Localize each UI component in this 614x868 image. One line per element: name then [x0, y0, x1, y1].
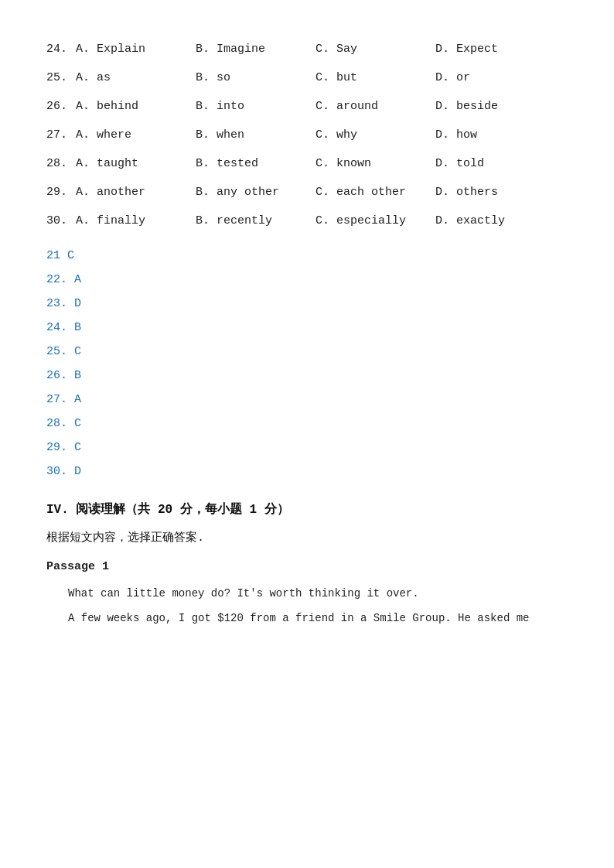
- question-options: A. asB. soC. butD. or: [76, 67, 568, 88]
- option-item: C. why: [316, 125, 435, 145]
- question-number: 26.: [46, 96, 76, 117]
- option-item: C. Say: [316, 39, 435, 60]
- question-options: A. behindB. intoC. aroundD. beside: [76, 96, 568, 117]
- option-item: B. tested: [196, 153, 316, 174]
- question-row: 24.A. ExplainB. ImagineC. SayD. Expect: [46, 39, 568, 60]
- option-item: D. others: [435, 182, 555, 203]
- question-row: 29.A. anotherB. any otherC. each otherD.…: [46, 182, 568, 203]
- option-item: D. told: [435, 153, 555, 174]
- option-item: A. another: [76, 182, 196, 203]
- question-options: A. finallyB. recentlyC. especiallyD. exa…: [76, 210, 568, 231]
- section-instruction: 根据短文内容，选择正确答案.: [46, 528, 568, 548]
- answer-item: 27. A: [46, 389, 568, 410]
- question-options: A. anotherB. any otherC. each otherD. ot…: [76, 182, 568, 203]
- answer-item: 21 C: [46, 245, 568, 266]
- question-options: A. taughtB. testedC. knownD. told: [76, 153, 568, 174]
- question-number: 27.: [46, 125, 76, 145]
- option-item: C. known: [316, 153, 435, 174]
- option-item: D. how: [435, 125, 555, 145]
- question-number: 29.: [46, 182, 76, 203]
- option-item: A. taught: [76, 153, 196, 174]
- answer-item: 22. A: [46, 269, 568, 290]
- option-item: B. Imagine: [196, 39, 316, 60]
- question-number: 24.: [46, 39, 76, 60]
- section-iv: IV. 阅读理解（共 20 分，每小题 1 分） 根据短文内容，选择正确答案. …: [46, 499, 568, 629]
- question-options: A. ExplainB. ImagineC. SayD. Expect: [76, 39, 568, 60]
- option-item: C. around: [316, 96, 435, 117]
- question-number: 30.: [46, 210, 76, 231]
- answer-item: 30. D: [46, 461, 568, 482]
- answer-item: 28. C: [46, 413, 568, 434]
- section-header: IV. 阅读理解（共 20 分，每小题 1 分）: [46, 499, 568, 521]
- answer-item: 29. C: [46, 437, 568, 458]
- option-item: D. Expect: [435, 39, 555, 60]
- option-item: B. into: [196, 96, 316, 117]
- option-item: A. behind: [76, 96, 196, 117]
- option-item: C. especially: [316, 210, 435, 231]
- question-row: 30.A. finallyB. recentlyC. especiallyD. …: [46, 210, 568, 231]
- passage-paragraph: What can little money do? It's worth thi…: [46, 583, 568, 604]
- option-item: A. as: [76, 67, 196, 88]
- question-number: 25.: [46, 67, 76, 88]
- option-item: A. where: [76, 125, 196, 145]
- passage-lines: What can little money do? It's worth thi…: [46, 583, 568, 629]
- option-item: A. Explain: [76, 39, 196, 60]
- answer-item: 24. B: [46, 317, 568, 338]
- option-item: C. but: [316, 67, 435, 88]
- passage-title: Passage 1: [46, 556, 568, 577]
- answer-item: 23. D: [46, 293, 568, 314]
- option-item: D. or: [435, 67, 555, 88]
- option-item: B. recently: [196, 210, 316, 231]
- question-options: A. whereB. whenC. whyD. how: [76, 125, 568, 145]
- question-row: 27.A. whereB. whenC. whyD. how: [46, 125, 568, 145]
- option-item: B. so: [196, 67, 316, 88]
- question-row: 25.A. asB. soC. butD. or: [46, 67, 568, 88]
- answer-item: 26. B: [46, 365, 568, 386]
- questions-section: 24.A. ExplainB. ImagineC. SayD. Expect25…: [46, 39, 568, 231]
- option-item: A. finally: [76, 210, 196, 231]
- option-item: D. beside: [435, 96, 555, 117]
- option-item: C. each other: [316, 182, 435, 203]
- answer-item: 25. C: [46, 341, 568, 362]
- passage-paragraph: A few weeks ago, I got $120 from a frien…: [46, 608, 568, 629]
- question-row: 26.A. behindB. intoC. aroundD. beside: [46, 96, 568, 117]
- question-row: 28.A. taughtB. testedC. knownD. told: [46, 153, 568, 174]
- option-item: B. when: [196, 125, 316, 145]
- option-item: D. exactly: [435, 210, 555, 231]
- answers-section: 21 C22. A23. D24. B25. C26. B27. A28. C2…: [46, 245, 568, 482]
- question-number: 28.: [46, 153, 76, 174]
- option-item: B. any other: [196, 182, 316, 203]
